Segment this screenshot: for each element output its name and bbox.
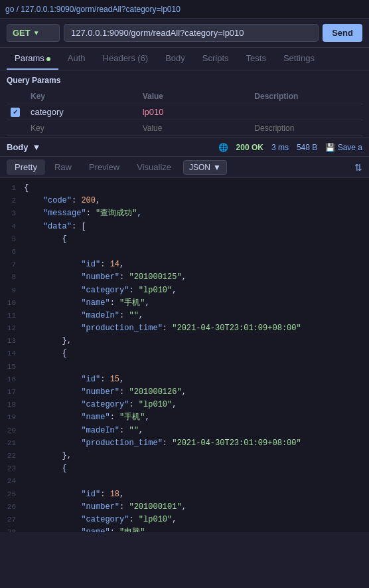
json-line: 23 {	[0, 462, 369, 475]
json-line: 24	[0, 475, 369, 488]
params-table: Key Value Description category lp010	[7, 89, 362, 136]
response-header: Body ▼ 🌐 200 OK 3 ms 548 B 💾 Save a	[0, 138, 369, 157]
tab-params[interactable]: Params	[7, 48, 58, 70]
param-empty-value[interactable]	[139, 120, 251, 136]
line-content: },	[24, 335, 366, 347]
param-desc-cell	[250, 104, 362, 120]
view-tabs: Pretty Raw Preview Visualize JSON ▼ ⇅	[0, 157, 369, 178]
sort-icon[interactable]: ⇅	[354, 162, 362, 173]
param-empty-key[interactable]	[27, 120, 139, 136]
line-number: 12	[0, 323, 24, 335]
line-number: 4	[0, 221, 24, 233]
line-content: "id": 15,	[24, 373, 366, 386]
param-checkbox[interactable]	[11, 108, 20, 117]
json-line: 8 "number": "201000125",	[0, 271, 369, 284]
key-input[interactable]	[31, 124, 135, 133]
json-line: 27 "category": "lp010",	[0, 514, 369, 526]
line-content: "name": "手机",	[24, 297, 366, 310]
save-response-button[interactable]: 💾 Save a	[325, 143, 362, 152]
param-empty-desc[interactable]	[250, 120, 362, 136]
response-size: 548 B	[297, 143, 317, 152]
json-line: 11 "madeIn": "",	[0, 310, 369, 322]
line-content: "category": "lp010",	[24, 399, 366, 411]
chevron-down-icon: ▼	[213, 163, 221, 172]
tab-scripts[interactable]: Scripts	[194, 48, 237, 70]
json-line: 2 "code": 200,	[0, 195, 369, 207]
json-line: 4 "data": [	[0, 221, 369, 233]
tab-headers[interactable]: Headers (6)	[95, 48, 157, 70]
line-content: "number": "201000125",	[24, 271, 366, 284]
method-label: GET	[13, 28, 31, 38]
tab-auth[interactable]: Auth	[60, 48, 94, 70]
line-number: 24	[0, 476, 24, 488]
body-section-label[interactable]: Body ▼	[7, 142, 40, 152]
send-button[interactable]: Send	[323, 24, 362, 42]
json-line: 17 "number": "201000126",	[0, 386, 369, 399]
line-number: 28	[0, 527, 24, 532]
json-line: 5 {	[0, 233, 369, 246]
line-number: 10	[0, 298, 24, 310]
col-key: Key	[27, 89, 139, 104]
json-line: 21 "production_time": "2021-04-30T23:01:…	[0, 437, 369, 450]
param-key-cell: category	[27, 104, 139, 120]
url-input[interactable]	[64, 24, 319, 42]
format-label: JSON	[189, 163, 210, 172]
line-number: 19	[0, 412, 24, 424]
param-value-cell: lp010	[139, 104, 251, 120]
params-title: Query Params	[7, 76, 362, 85]
chevron-down-icon: ▼	[33, 29, 40, 37]
json-line: 1{	[0, 182, 369, 195]
col-check	[7, 89, 27, 104]
tab-body[interactable]: Body	[157, 48, 193, 70]
desc-input[interactable]	[254, 124, 358, 133]
json-line: 22 },	[0, 450, 369, 462]
json-line: 3 "message": "查询成功",	[0, 207, 369, 220]
line-number: 20	[0, 425, 24, 437]
tab-navigation: Params Auth Headers (6) Body Scripts Tes…	[0, 48, 369, 70]
value-input[interactable]	[143, 124, 247, 133]
line-content: },	[24, 450, 366, 462]
json-line: 18 "category": "lp010",	[0, 399, 369, 411]
view-tab-preview[interactable]: Preview	[81, 159, 127, 175]
line-number: 23	[0, 463, 24, 475]
globe-icon: 🌐	[218, 143, 228, 152]
line-number: 7	[0, 259, 24, 271]
line-content: {	[24, 182, 366, 195]
top-bar-text: go / 127.0.0.1:9090/gorm/readAll?categor…	[5, 5, 181, 14]
tab-tests[interactable]: Tests	[238, 48, 274, 70]
col-value: Value	[139, 89, 251, 104]
tab-settings[interactable]: Settings	[275, 48, 323, 70]
view-tab-raw[interactable]: Raw	[46, 159, 80, 175]
url-bar: GET ▼ Send	[0, 19, 369, 48]
method-select[interactable]: GET ▼	[7, 24, 60, 42]
json-line: 13 },	[0, 335, 369, 347]
line-content: {	[24, 462, 366, 475]
line-content: "name": "电脑",	[24, 526, 366, 532]
line-content: "name": "手机",	[24, 411, 366, 424]
line-content	[24, 246, 366, 258]
line-number: 2	[0, 195, 24, 207]
params-section: Query Params Key Value Description categ…	[0, 70, 369, 136]
json-line: 26 "number": "201000101",	[0, 501, 369, 514]
response-time: 3 ms	[271, 143, 289, 152]
chevron-down-icon: ▼	[33, 142, 41, 152]
json-line: 19 "name": "手机",	[0, 411, 369, 424]
line-content: "number": "201000126",	[24, 386, 366, 399]
json-line: 20 "madeIn": "",	[0, 425, 369, 437]
view-tab-pretty[interactable]: Pretty	[7, 159, 45, 175]
line-content: "category": "lp010",	[24, 284, 366, 297]
line-content: "id": 18,	[24, 488, 366, 501]
line-number: 27	[0, 514, 24, 526]
view-tab-visualize[interactable]: Visualize	[129, 159, 179, 175]
line-number: 15	[0, 361, 24, 373]
json-line: 16 "id": 15,	[0, 373, 369, 386]
col-desc: Description	[250, 89, 362, 104]
line-content: "code": 200,	[24, 195, 366, 207]
json-view: 1{2 "code": 200,3 "message": "查询成功",4 "d…	[0, 178, 369, 532]
line-number: 14	[0, 348, 24, 360]
format-select[interactable]: JSON ▼	[183, 160, 227, 175]
param-check-cell[interactable]	[7, 104, 27, 120]
line-number: 18	[0, 399, 24, 411]
line-content: {	[24, 233, 366, 246]
line-number: 26	[0, 502, 24, 514]
